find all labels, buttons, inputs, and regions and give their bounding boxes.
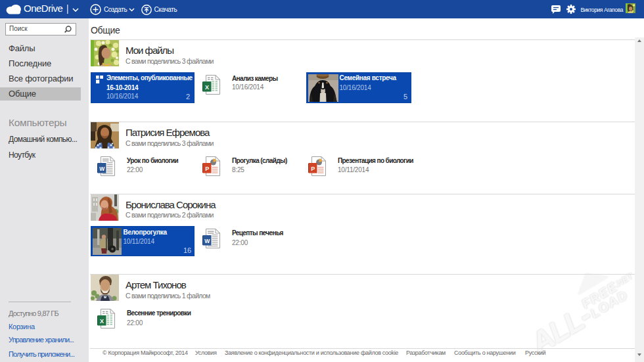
svg-text:X: X [205,84,209,91]
svg-text:W: W [204,238,210,244]
svg-text:P: P [205,166,209,172]
svg-text:P: P [311,166,315,172]
svg-text:X: X [100,318,104,325]
svg-text:W: W [99,166,105,172]
